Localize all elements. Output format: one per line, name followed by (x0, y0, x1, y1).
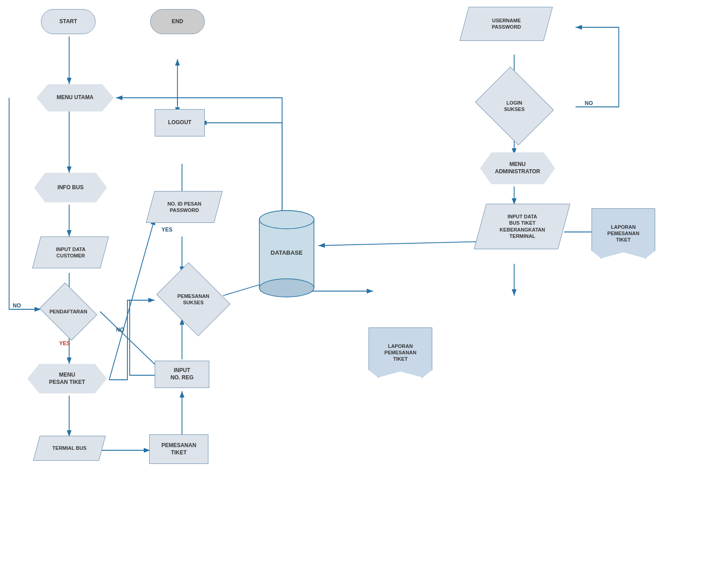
svg-line-19 (318, 241, 500, 246)
svg-text:DATABASE: DATABASE (271, 249, 303, 256)
menu-utama-shape: MENU UTAMA (36, 84, 114, 111)
connections-svg (0, 0, 728, 579)
database-shape: DATABASE (257, 207, 316, 298)
no-id-pesan-shape: NO. ID PESANPASSWORD (146, 191, 223, 223)
start-shape: START (41, 9, 96, 34)
menu-administrator-shape: MENUADMINISTRATOR (480, 152, 555, 184)
menu-pesan-tiket-shape: MENUPESAN TIKET (27, 364, 107, 393)
laporan-pemesanan-top-shape: LAPORANPEMESANANTIKET (592, 208, 655, 258)
info-bus-shape: INFO BUS (34, 173, 107, 202)
pendaftaran-shape: PENDAFTARAN (39, 282, 97, 340)
no-label-pendaftaran: NO (13, 302, 21, 309)
termial-bus-shape: TERMIAL BUS (33, 436, 106, 461)
no-label-pemesanan: NO (116, 327, 124, 333)
login-sukses-shape: LOGINSUKSES (475, 66, 554, 145)
username-password-shape: USERNAMEPASSWORD (460, 7, 553, 41)
pemesanan-sukses-shape: PEMESANANSUKSES (157, 262, 231, 337)
yes-label-no-id: YES (162, 227, 172, 233)
svg-line-14 (109, 218, 155, 380)
end-shape: END (150, 9, 205, 34)
input-data-customer-shape: INPUT DATACUSTOMER (32, 237, 109, 268)
yes-label-pendaftaran: YES (59, 340, 70, 347)
svg-point-25 (259, 279, 314, 297)
svg-point-26 (259, 211, 314, 229)
input-no-reg-shape: INPUTNO. REG (155, 361, 209, 388)
no-label-login: NO (585, 100, 593, 106)
input-data-bus-shape: INPUT DATABUS TIKETKEBERANGKATANTERMINAL (474, 204, 571, 249)
pemesanan-tiket-bottom-shape: PEMESANANTIKET (149, 434, 208, 464)
svg-line-11 (100, 312, 164, 373)
laporan-pemesanan-bottom-shape: LAPORANPEMESANANTIKET (369, 327, 432, 378)
flowchart-diagram: START END LOGOUT MENU UTAMA INFO BUS INP… (0, 0, 728, 579)
logout-shape: LOGOUT (155, 109, 205, 136)
